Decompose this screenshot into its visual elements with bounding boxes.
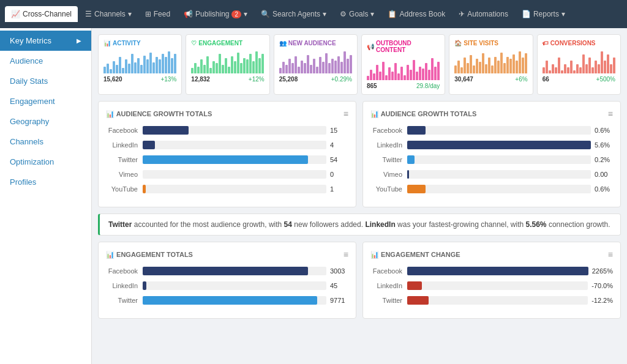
chart-row: LinkedIn -70.0% <box>370 281 613 290</box>
hbar-fill <box>143 281 146 290</box>
hbar-value: 4 <box>330 141 348 149</box>
twitter-highlight: Twitter <box>108 220 132 229</box>
hbar-track <box>407 141 591 149</box>
metric-card-value-conversions: 66 <box>543 76 549 83</box>
chart-row: LinkedIn 45 <box>106 281 348 290</box>
metric-card-activity: 📊 ACTIVITY 15,620 +13% <box>98 34 182 95</box>
hbar-label: Facebook <box>370 267 407 275</box>
hbar-fill <box>407 126 426 135</box>
hbar-track <box>407 267 588 275</box>
sidebar-item-key-metrics[interactable]: Key Metrics <box>0 31 91 51</box>
hbar-fill <box>407 155 415 164</box>
hbar-fill <box>143 141 155 149</box>
chart-row: Twitter 0.2% <box>370 155 613 164</box>
audience-growth-right-title: 📊 AUDIENCE GROWTH TOTALS ≡ <box>370 109 613 119</box>
hbar-fill <box>407 185 426 193</box>
chart-menu-icon-left[interactable]: ≡ <box>344 109 348 119</box>
chart-row: LinkedIn 4 <box>106 141 348 149</box>
engagement-change-menu-icon[interactable]: ≡ <box>608 250 613 259</box>
channels-dropdown-icon: ▾ <box>128 10 132 18</box>
search-agents-label: Search Agents <box>272 10 320 18</box>
nav-tab-publishing[interactable]: 📢 Publishing 2 ▾ <box>178 6 253 22</box>
chart-row: YouTube 0.6% <box>370 185 613 193</box>
engagement-totals-title: 📊 ENGAGEMENT TOTALS ≡ <box>106 250 348 259</box>
nav-tab-goals[interactable]: ⚙ Goals ▾ <box>334 6 380 22</box>
hbar-track <box>143 141 326 149</box>
hbar-label: Twitter <box>106 297 143 304</box>
chart-row: Facebook 0.6% <box>370 126 613 135</box>
publishing-icon: 📢 <box>184 10 193 18</box>
metric-card-change-site-visits: +6% <box>515 76 527 83</box>
hbar-fill <box>143 296 317 305</box>
hbar-track <box>143 126 326 135</box>
hbar-value: 54 <box>330 156 348 163</box>
engagement-totals-menu-icon[interactable]: ≡ <box>344 250 348 259</box>
metric-card-value-outbound-content: 865 <box>367 83 377 89</box>
sidebar-item-engagement[interactable]: Engagement <box>0 91 91 111</box>
hbar-value: 0 <box>330 171 348 178</box>
search-agents-dropdown-icon: ▾ <box>323 10 326 18</box>
growth-percent: 5.56% <box>526 220 547 229</box>
sidebar-item-geography[interactable]: Geography <box>0 111 91 132</box>
channels-icon: ☰ <box>85 10 92 18</box>
chart-row: Facebook 3003 <box>106 267 348 275</box>
chart-row: YouTube 1 <box>106 185 348 193</box>
nav-tab-cross-channel[interactable]: 📈 Cross-Channel <box>5 6 78 22</box>
hbar-label: Vimeo <box>106 171 143 178</box>
hbar-label: Twitter <box>370 297 407 304</box>
nav-tab-search-agents[interactable]: 🔍 Search Agents ▾ <box>255 6 332 22</box>
nav-tab-reports[interactable]: 📄 Reports ▾ <box>516 6 571 22</box>
sidebar-item-audience[interactable]: Audience <box>0 51 91 71</box>
hbar-label: YouTube <box>370 185 407 193</box>
chart-menu-icon-right[interactable]: ≡ <box>608 109 613 119</box>
goals-dropdown-icon: ▾ <box>370 10 374 18</box>
engagement-change-chart: Facebook 2265% LinkedIn -70.0% Twitter -… <box>370 267 613 305</box>
hbar-label: Facebook <box>106 267 143 275</box>
hbar-value: 0.2% <box>595 156 613 163</box>
metric-card-bars-engagement <box>191 49 264 73</box>
metric-card-icon-engagement: ♡ <box>191 40 197 46</box>
chart-row: Facebook 15 <box>106 126 348 135</box>
hbar-value: 5.6% <box>595 141 613 149</box>
audience-growth-charts-row: 📊 AUDIENCE GROWTH TOTALS ≡ Facebook 15 L… <box>98 101 621 207</box>
goals-label: Goals <box>349 10 368 18</box>
hbar-track <box>143 281 326 290</box>
address-book-icon: 📋 <box>388 10 397 18</box>
hbar-track <box>143 296 326 305</box>
hbar-fill <box>143 155 308 164</box>
nav-tab-feed[interactable]: ⊞ Feed <box>139 6 176 22</box>
nav-tab-address-book[interactable]: 📋 Address Book <box>381 6 451 22</box>
hbar-track <box>407 170 591 179</box>
metric-card-title-activity: 📊 ACTIVITY <box>103 40 176 46</box>
metric-card-icon-activity: 📊 <box>103 40 111 46</box>
sidebar-item-optimization[interactable]: Optimization <box>0 152 91 172</box>
audience-growth-right-chart: Facebook 0.6% LinkedIn 5.6% Twitter 0.2%… <box>370 126 613 193</box>
nav-tab-automations[interactable]: ✈ Automations <box>452 6 514 22</box>
engagement-totals-card: 📊 ENGAGEMENT TOTALS ≡ Facebook 3003 Link… <box>98 242 356 319</box>
metric-card-value-activity: 15,620 <box>103 76 122 83</box>
hbar-value: 1 <box>330 185 348 193</box>
metric-card-title-new-audience: 👥 NEW AUDIENCE <box>279 40 352 46</box>
hbar-value: 0.6% <box>595 185 613 193</box>
sidebar-item-channels[interactable]: Channels <box>0 132 91 152</box>
hbar-track <box>143 170 326 179</box>
chart-row: Twitter -12.2% <box>370 296 613 305</box>
hbar-label: YouTube <box>106 185 143 193</box>
engagement-change-card: 📊 ENGAGEMENT CHANGE ≡ Facebook 2265% Lin… <box>362 242 621 319</box>
metric-card-title-engagement: ♡ ENGAGEMENT <box>191 40 264 46</box>
hbar-fill <box>407 281 422 290</box>
hbar-track <box>407 296 588 305</box>
channels-label: Channels <box>94 10 126 18</box>
search-agents-icon: 🔍 <box>261 10 270 18</box>
reports-icon: 📄 <box>522 10 531 18</box>
hbar-fill <box>143 185 146 193</box>
sidebar-item-profiles[interactable]: Profiles <box>0 172 91 192</box>
sidebar-item-daily-stats[interactable]: Daily Stats <box>0 71 91 91</box>
hbar-label: Twitter <box>106 156 143 163</box>
hbar-track <box>407 126 591 135</box>
hbar-fill <box>143 267 308 275</box>
hbar-label: Facebook <box>370 127 407 134</box>
hbar-fill <box>143 126 189 135</box>
nav-tab-channels[interactable]: ☰ Channels ▾ <box>79 6 138 22</box>
hbar-value: 3003 <box>330 267 348 275</box>
